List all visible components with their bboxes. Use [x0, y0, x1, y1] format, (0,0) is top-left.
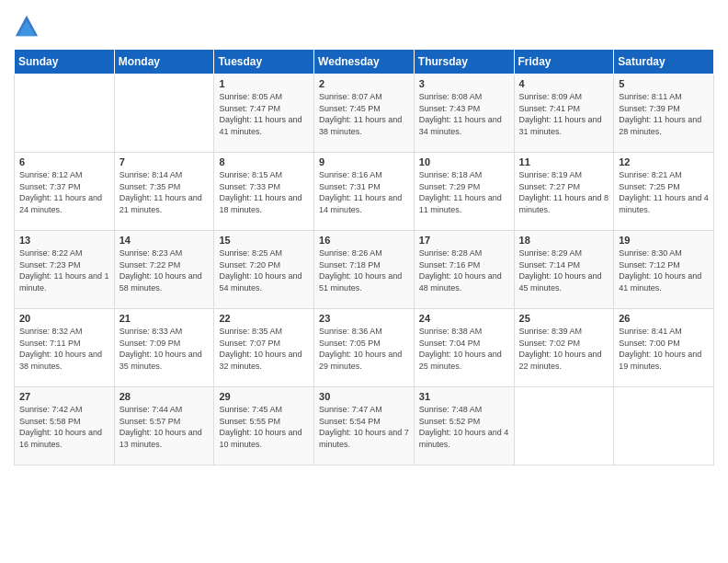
day-number: 20 [19, 313, 109, 324]
day-info: Sunrise: 8:18 AM Sunset: 7:29 PM Dayligh… [419, 169, 509, 215]
day-info: Sunrise: 8:14 AM Sunset: 7:35 PM Dayligh… [119, 169, 210, 215]
calendar-cell: 19Sunrise: 8:30 AM Sunset: 7:12 PM Dayli… [614, 231, 714, 309]
day-number: 1 [219, 78, 309, 89]
day-number: 22 [219, 313, 309, 324]
calendar-cell: 28Sunrise: 7:44 AM Sunset: 5:57 PM Dayli… [114, 387, 214, 465]
day-number: 3 [419, 78, 509, 89]
calendar-cell: 7Sunrise: 8:14 AM Sunset: 7:35 PM Daylig… [114, 153, 214, 231]
day-info: Sunrise: 8:28 AM Sunset: 7:16 PM Dayligh… [419, 247, 509, 293]
day-info: Sunrise: 8:32 AM Sunset: 7:11 PM Dayligh… [19, 326, 109, 372]
calendar-cell: 16Sunrise: 8:26 AM Sunset: 7:18 PM Dayli… [314, 231, 415, 309]
day-info: Sunrise: 8:41 AM Sunset: 7:00 PM Dayligh… [619, 326, 709, 372]
calendar-cell: 2Sunrise: 8:07 AM Sunset: 7:45 PM Daylig… [314, 75, 415, 153]
calendar-cell: 11Sunrise: 8:19 AM Sunset: 7:27 PM Dayli… [514, 153, 614, 231]
calendar-header-row: SundayMondayTuesdayWednesdayThursdayFrid… [15, 50, 714, 75]
calendar-cell [114, 75, 214, 153]
day-info: Sunrise: 8:16 AM Sunset: 7:31 PM Dayligh… [319, 169, 409, 215]
day-info: Sunrise: 8:21 AM Sunset: 7:25 PM Dayligh… [619, 169, 709, 215]
day-info: Sunrise: 8:38 AM Sunset: 7:04 PM Dayligh… [419, 326, 509, 372]
day-number: 16 [319, 235, 409, 246]
day-number: 7 [119, 156, 210, 167]
calendar-week-row: 1Sunrise: 8:05 AM Sunset: 7:47 PM Daylig… [15, 75, 714, 153]
calendar-cell [614, 387, 714, 465]
day-info: Sunrise: 8:30 AM Sunset: 7:12 PM Dayligh… [619, 247, 709, 293]
day-of-week-header: Wednesday [314, 50, 415, 75]
day-info: Sunrise: 8:22 AM Sunset: 7:23 PM Dayligh… [19, 247, 109, 293]
calendar-cell: 14Sunrise: 8:23 AM Sunset: 7:22 PM Dayli… [114, 231, 214, 309]
calendar-week-row: 20Sunrise: 8:32 AM Sunset: 7:11 PM Dayli… [15, 309, 714, 387]
calendar-week-row: 13Sunrise: 8:22 AM Sunset: 7:23 PM Dayli… [15, 231, 714, 309]
day-number: 9 [319, 156, 409, 167]
calendar-week-row: 6Sunrise: 8:12 AM Sunset: 7:37 PM Daylig… [15, 153, 714, 231]
calendar-cell: 8Sunrise: 8:15 AM Sunset: 7:33 PM Daylig… [214, 153, 314, 231]
day-info: Sunrise: 8:36 AM Sunset: 7:05 PM Dayligh… [319, 326, 409, 372]
day-info: Sunrise: 8:15 AM Sunset: 7:33 PM Dayligh… [219, 169, 309, 215]
calendar-cell: 13Sunrise: 8:22 AM Sunset: 7:23 PM Dayli… [15, 231, 115, 309]
day-number: 24 [419, 313, 509, 324]
logo [14, 14, 43, 40]
calendar-cell: 25Sunrise: 8:39 AM Sunset: 7:02 PM Dayli… [514, 309, 614, 387]
day-info: Sunrise: 8:09 AM Sunset: 7:41 PM Dayligh… [519, 91, 609, 137]
day-info: Sunrise: 8:19 AM Sunset: 7:27 PM Dayligh… [519, 169, 609, 215]
calendar-cell: 15Sunrise: 8:25 AM Sunset: 7:20 PM Dayli… [214, 231, 314, 309]
calendar-cell: 6Sunrise: 8:12 AM Sunset: 7:37 PM Daylig… [15, 153, 115, 231]
day-number: 30 [319, 391, 409, 402]
calendar-cell [514, 387, 614, 465]
day-info: Sunrise: 8:39 AM Sunset: 7:02 PM Dayligh… [519, 326, 609, 372]
day-of-week-header: Thursday [414, 50, 514, 75]
day-info: Sunrise: 7:48 AM Sunset: 5:52 PM Dayligh… [419, 404, 509, 450]
day-number: 4 [519, 78, 609, 89]
day-number: 5 [619, 78, 709, 89]
day-info: Sunrise: 8:29 AM Sunset: 7:14 PM Dayligh… [519, 247, 609, 293]
day-info: Sunrise: 8:35 AM Sunset: 7:07 PM Dayligh… [219, 326, 309, 372]
day-number: 17 [419, 235, 509, 246]
day-info: Sunrise: 8:33 AM Sunset: 7:09 PM Dayligh… [119, 326, 210, 372]
logo-icon [14, 14, 40, 40]
calendar-cell: 18Sunrise: 8:29 AM Sunset: 7:14 PM Dayli… [514, 231, 614, 309]
calendar-cell: 21Sunrise: 8:33 AM Sunset: 7:09 PM Dayli… [114, 309, 214, 387]
calendar-cell: 24Sunrise: 8:38 AM Sunset: 7:04 PM Dayli… [414, 309, 514, 387]
day-info: Sunrise: 8:23 AM Sunset: 7:22 PM Dayligh… [119, 247, 210, 293]
day-of-week-header: Friday [514, 50, 614, 75]
day-info: Sunrise: 7:44 AM Sunset: 5:57 PM Dayligh… [119, 404, 210, 450]
calendar-cell [15, 75, 115, 153]
calendar-cell: 3Sunrise: 8:08 AM Sunset: 7:43 PM Daylig… [414, 75, 514, 153]
day-info: Sunrise: 7:42 AM Sunset: 5:58 PM Dayligh… [19, 404, 109, 450]
calendar-cell: 29Sunrise: 7:45 AM Sunset: 5:55 PM Dayli… [214, 387, 314, 465]
calendar-cell: 1Sunrise: 8:05 AM Sunset: 7:47 PM Daylig… [214, 75, 314, 153]
calendar-cell: 9Sunrise: 8:16 AM Sunset: 7:31 PM Daylig… [314, 153, 415, 231]
day-info: Sunrise: 8:05 AM Sunset: 7:47 PM Dayligh… [219, 91, 309, 137]
day-info: Sunrise: 7:47 AM Sunset: 5:54 PM Dayligh… [319, 404, 409, 450]
day-number: 31 [419, 391, 509, 402]
day-number: 8 [219, 156, 309, 167]
calendar-cell: 10Sunrise: 8:18 AM Sunset: 7:29 PM Dayli… [414, 153, 514, 231]
day-number: 15 [219, 235, 309, 246]
calendar-cell: 31Sunrise: 7:48 AM Sunset: 5:52 PM Dayli… [414, 387, 514, 465]
day-number: 27 [19, 391, 109, 402]
day-info: Sunrise: 7:45 AM Sunset: 5:55 PM Dayligh… [219, 404, 309, 450]
day-number: 21 [119, 313, 210, 324]
day-number: 2 [319, 78, 409, 89]
day-of-week-header: Monday [114, 50, 214, 75]
day-number: 19 [619, 235, 709, 246]
day-number: 23 [319, 313, 409, 324]
day-number: 28 [119, 391, 210, 402]
calendar-cell: 4Sunrise: 8:09 AM Sunset: 7:41 PM Daylig… [514, 75, 614, 153]
day-info: Sunrise: 8:07 AM Sunset: 7:45 PM Dayligh… [319, 91, 409, 137]
calendar-cell: 23Sunrise: 8:36 AM Sunset: 7:05 PM Dayli… [314, 309, 415, 387]
day-info: Sunrise: 8:25 AM Sunset: 7:20 PM Dayligh… [219, 247, 309, 293]
day-number: 10 [419, 156, 509, 167]
calendar-cell: 12Sunrise: 8:21 AM Sunset: 7:25 PM Dayli… [614, 153, 714, 231]
day-number: 29 [219, 391, 309, 402]
day-number: 13 [19, 235, 109, 246]
day-number: 11 [519, 156, 609, 167]
calendar-cell: 30Sunrise: 7:47 AM Sunset: 5:54 PM Dayli… [314, 387, 415, 465]
day-info: Sunrise: 8:26 AM Sunset: 7:18 PM Dayligh… [319, 247, 409, 293]
day-of-week-header: Saturday [614, 50, 714, 75]
day-number: 6 [19, 156, 109, 167]
day-info: Sunrise: 8:08 AM Sunset: 7:43 PM Dayligh… [419, 91, 509, 137]
calendar-cell: 5Sunrise: 8:11 AM Sunset: 7:39 PM Daylig… [614, 75, 714, 153]
day-of-week-header: Sunday [15, 50, 115, 75]
calendar-cell: 20Sunrise: 8:32 AM Sunset: 7:11 PM Dayli… [15, 309, 115, 387]
day-number: 12 [619, 156, 709, 167]
